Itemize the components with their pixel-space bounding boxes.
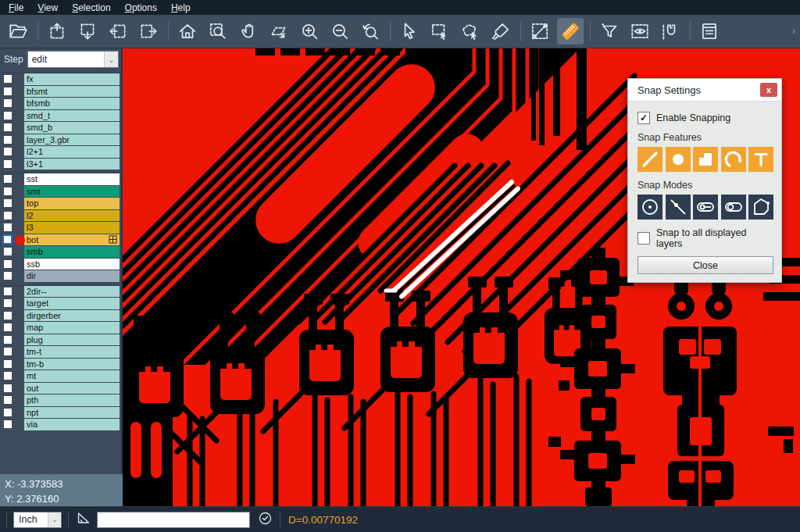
menu-options[interactable]: Options xyxy=(118,2,164,14)
zoom-in-button[interactable] xyxy=(296,18,323,45)
layer-name[interactable]: via xyxy=(24,419,120,430)
dialog-close-button[interactable]: Close xyxy=(638,256,773,274)
snap-surface-button[interactable] xyxy=(693,147,718,172)
layer-visibility-checkbox[interactable] xyxy=(3,395,12,405)
layer-visibility-checkbox[interactable] xyxy=(3,223,12,232)
snap-line-button[interactable] xyxy=(638,147,662,172)
snap-button[interactable] xyxy=(657,18,684,45)
layer-visibility-checkbox[interactable] xyxy=(3,87,12,96)
drag-view-button[interactable] xyxy=(266,18,292,45)
layer-visibility-checkbox[interactable] xyxy=(3,211,12,220)
layer-visibility-checkbox[interactable] xyxy=(3,198,12,208)
layer-visibility-checkbox[interactable] xyxy=(3,187,12,196)
scroll-right-button[interactable] xyxy=(135,18,162,45)
zoom-window-button[interactable] xyxy=(205,18,231,45)
layer-visibility-checkbox[interactable] xyxy=(3,384,12,393)
layer-name[interactable]: fx xyxy=(24,73,120,85)
layer-name[interactable]: target xyxy=(24,298,120,309)
layer-name[interactable]: dir xyxy=(24,270,120,282)
layer-visibility-checkbox[interactable] xyxy=(3,371,12,380)
layer-name[interactable]: dirgerber xyxy=(24,310,120,322)
snap-text-button[interactable] xyxy=(748,147,773,172)
layer-visibility-checkbox[interactable] xyxy=(3,420,12,429)
layer-name[interactable]: mt xyxy=(24,370,120,382)
layer-visibility-checkbox[interactable] xyxy=(3,287,12,296)
scroll-left-button[interactable] xyxy=(105,18,131,45)
layer-visibility-checkbox[interactable] xyxy=(3,135,12,145)
snap-pad-button[interactable] xyxy=(666,147,691,172)
layer-visibility-checkbox[interactable] xyxy=(3,271,12,280)
layer-name[interactable]: pth xyxy=(24,395,120,406)
layer-name[interactable]: top xyxy=(24,198,120,209)
view-options-button[interactable] xyxy=(627,18,653,45)
layer-name[interactable]: bfsmb xyxy=(24,98,120,109)
layer-visibility-checkbox[interactable] xyxy=(2,234,12,245)
snap-slot-left-button[interactable] xyxy=(721,195,746,220)
unit-select[interactable]: Inch ⌄ xyxy=(13,512,62,528)
dialog-title-bar[interactable]: Snap Settings x xyxy=(628,79,781,102)
measure-line-button[interactable] xyxy=(527,18,553,45)
layer-name[interactable]: l3 xyxy=(24,222,120,234)
snap-slot-right-button[interactable] xyxy=(693,195,718,220)
layer-name[interactable]: bfsmt xyxy=(24,86,120,98)
select-rectangle-button[interactable] xyxy=(427,18,453,45)
toolbar-overflow-chevron[interactable]: › xyxy=(792,26,800,37)
measure-input[interactable] xyxy=(97,512,250,528)
step-select[interactable]: edit ⌄ xyxy=(27,51,119,68)
layer-name[interactable]: npt xyxy=(24,407,120,419)
layer-name[interactable]: l2 xyxy=(24,210,120,222)
snap-contour-button[interactable] xyxy=(748,195,773,220)
layer-name[interactable]: smb xyxy=(24,246,120,258)
layer-name[interactable]: ssb xyxy=(24,259,120,270)
layer-name[interactable]: out xyxy=(24,383,120,395)
dialog-close-x-button[interactable]: x xyxy=(760,83,777,97)
select-polygon-button[interactable] xyxy=(457,18,484,45)
snap-all-layers-checkbox[interactable] xyxy=(638,232,650,245)
zoom-previous-button[interactable] xyxy=(357,18,384,45)
layer-visibility-checkbox[interactable] xyxy=(3,359,12,369)
layer-name[interactable]: smd_b xyxy=(24,122,120,134)
scroll-up-button[interactable] xyxy=(44,18,70,45)
select-cursor-button[interactable] xyxy=(396,18,423,45)
layer-visibility-checkbox[interactable] xyxy=(3,74,12,84)
scroll-down-button[interactable] xyxy=(74,18,101,45)
layer-visibility-checkbox[interactable] xyxy=(3,323,12,332)
menu-view[interactable]: View xyxy=(30,2,65,14)
grid-icon[interactable] xyxy=(109,235,117,244)
sync-button[interactable] xyxy=(257,510,273,530)
filter-button[interactable] xyxy=(596,18,623,45)
layer-name[interactable]: l3+1 xyxy=(24,159,120,170)
snap-center-button[interactable] xyxy=(638,195,662,220)
layer-name[interactable]: sst xyxy=(24,173,120,185)
snap-nearest-button[interactable] xyxy=(666,195,691,220)
layer-name[interactable]: tm-b xyxy=(24,359,120,370)
layer-visibility-checkbox[interactable] xyxy=(3,408,12,417)
layer-visibility-checkbox[interactable] xyxy=(3,311,12,320)
layer-panel-button[interactable] xyxy=(696,18,723,45)
zoom-out-button[interactable] xyxy=(327,18,353,45)
pan-hand-button[interactable] xyxy=(235,18,262,45)
layer-name[interactable]: map xyxy=(24,322,120,334)
layer-name[interactable]: tm-t xyxy=(24,346,120,358)
zoom-home-button[interactable] xyxy=(174,18,201,45)
layer-name[interactable]: l2+1 xyxy=(24,146,120,158)
layer-visibility-checkbox[interactable] xyxy=(3,347,12,356)
layer-visibility-checkbox[interactable] xyxy=(3,259,12,269)
layer-visibility-checkbox[interactable] xyxy=(3,247,12,256)
ruler-button[interactable] xyxy=(557,18,584,45)
layer-visibility-checkbox[interactable] xyxy=(3,98,12,108)
layer-name[interactable]: plug xyxy=(24,334,120,346)
open-project-button[interactable] xyxy=(5,18,31,45)
angle-mode-button[interactable] xyxy=(75,509,92,530)
layer-visibility-checkbox[interactable] xyxy=(3,335,12,345)
layer-name[interactable]: 2dir-- xyxy=(24,286,120,298)
menu-help[interactable]: Help xyxy=(164,2,198,14)
enable-snapping-checkbox[interactable]: ✓ xyxy=(638,112,650,124)
clean-tool-button[interactable] xyxy=(488,18,514,45)
menu-selection[interactable]: Selection xyxy=(65,2,117,14)
layer-visibility-checkbox[interactable] xyxy=(3,159,12,169)
layer-name[interactable]: smd_t xyxy=(24,110,120,122)
layer-name[interactable]: bot xyxy=(24,234,120,246)
layer-name[interactable]: layer_3.gbr xyxy=(24,134,120,146)
layer-visibility-checkbox[interactable] xyxy=(3,298,12,308)
